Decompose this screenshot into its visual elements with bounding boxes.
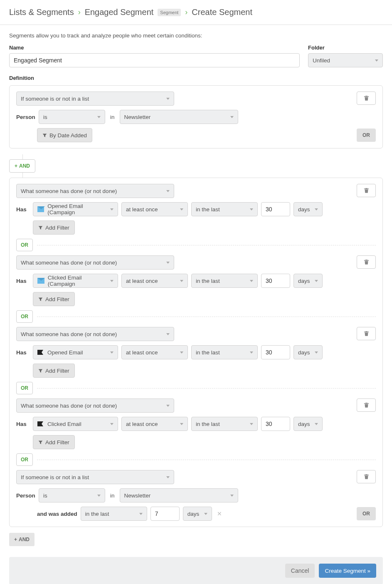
name-label: Name (9, 45, 300, 51)
trash-icon (364, 474, 369, 480)
condition-type-select[interactable]: If someone is or not in a list (16, 92, 174, 106)
segment-badge: Segment (158, 9, 181, 16)
condition-group-1: If someone is or not in a list Person is… (9, 85, 383, 148)
or-button[interactable]: OR (357, 129, 376, 142)
or-button[interactable]: OR (16, 310, 33, 323)
value-input[interactable] (261, 417, 290, 431)
create-segment-button[interactable]: Create Segment » (319, 564, 376, 578)
add-filter-button[interactable]: Add Filter (33, 220, 75, 235)
person-label: Person (16, 114, 35, 120)
metric-select[interactable]: Clicked Email (Campaign (33, 274, 118, 288)
remove-added-button[interactable]: ✕ (215, 510, 224, 517)
intro-text: Segments allow you to track and analyze … (9, 32, 383, 39)
folder-select[interactable]: Unfiled (308, 53, 383, 67)
has-label: Has (16, 349, 30, 356)
trash-icon (364, 259, 369, 265)
delete-button[interactable] (357, 327, 376, 340)
condition-type-select[interactable]: What someone has done (or not done) (16, 327, 174, 341)
has-label: Has (16, 421, 30, 427)
condition-type-select[interactable]: If someone is or not in a list (16, 470, 174, 484)
range-select[interactable]: in the last (191, 202, 258, 216)
unit-select[interactable]: days (293, 202, 323, 216)
condition-type-select[interactable]: What someone has done (or not done) (16, 398, 174, 413)
in-label: in (108, 492, 116, 499)
filter-icon (38, 440, 43, 445)
and-button-bottom[interactable]: + AND (9, 533, 35, 546)
flag-icon (37, 350, 44, 355)
metric-select[interactable]: Opened Email (Campaign (33, 202, 118, 216)
flag-icon (37, 421, 44, 426)
filter-icon (38, 297, 43, 302)
frequency-select[interactable]: at least once (121, 345, 188, 359)
range-select[interactable]: in the last (191, 417, 258, 431)
metric-select[interactable]: Clicked Email (33, 417, 118, 431)
breadcrumb: Lists & Segments › Engaged Segment Segme… (0, 0, 392, 25)
delete-button[interactable] (357, 470, 376, 483)
trash-icon (364, 188, 369, 193)
has-label: Has (16, 278, 30, 284)
or-button[interactable]: OR (16, 382, 33, 394)
add-filter-button[interactable]: Add Filter (33, 364, 75, 378)
chevron-right-icon: › (78, 8, 81, 17)
unit-select[interactable]: days (293, 274, 323, 288)
breadcrumb-root[interactable]: Lists & Segments (9, 7, 74, 17)
add-filter-button[interactable]: Add Filter (33, 435, 75, 449)
plus-icon: + (14, 537, 17, 542)
delete-button[interactable] (357, 255, 376, 269)
delete-button[interactable] (357, 398, 376, 412)
plus-icon: + (15, 163, 17, 169)
mail-icon (37, 206, 44, 212)
definition-label: Definition (9, 75, 383, 81)
footer-bar: Cancel Create Segment » (9, 557, 383, 584)
value-input[interactable] (261, 274, 290, 288)
cancel-button[interactable]: Cancel (285, 564, 315, 578)
unit-select[interactable]: days (293, 345, 323, 359)
by-date-added-button[interactable]: By Date Added (37, 128, 92, 142)
condition-type-select[interactable]: What someone has done (or not done) (16, 184, 174, 198)
breadcrumb-segment[interactable]: Engaged Segment (85, 7, 154, 17)
filter-icon (38, 225, 43, 230)
person-is-select[interactable]: is (39, 110, 105, 124)
frequency-select[interactable]: at least once (121, 202, 188, 216)
delete-button[interactable] (357, 184, 376, 197)
unit-select[interactable]: days (293, 417, 323, 431)
added-value-input[interactable] (150, 507, 180, 521)
folder-label: Folder (308, 45, 383, 51)
breadcrumb-leaf: Create Segment (192, 7, 252, 17)
value-input[interactable] (261, 202, 290, 216)
or-button[interactable]: OR (16, 239, 33, 251)
chevron-right-icon: › (185, 8, 187, 17)
frequency-select[interactable]: at least once (121, 274, 188, 288)
metric-select[interactable]: Opened Email (33, 345, 118, 359)
trash-icon (364, 331, 369, 337)
added-unit-select[interactable]: days (183, 507, 212, 521)
trash-icon (364, 95, 369, 101)
person-label: Person (16, 492, 35, 499)
person-is-select[interactable]: is (39, 488, 105, 502)
in-label: in (108, 114, 116, 120)
frequency-select[interactable]: at least once (121, 417, 188, 431)
has-label: Has (16, 206, 30, 213)
list-select[interactable]: Newsletter (120, 110, 238, 124)
filter-icon (38, 369, 43, 373)
delete-button[interactable] (357, 92, 376, 105)
and-button[interactable]: + AND (9, 159, 35, 173)
range-select[interactable]: in the last (191, 274, 258, 288)
range-select[interactable]: in the last (191, 345, 258, 359)
mail-icon (37, 278, 44, 284)
value-input[interactable] (261, 345, 290, 359)
condition-type-select[interactable]: What someone has done (or not done) (16, 255, 174, 270)
or-button[interactable]: OR (16, 453, 33, 466)
filter-icon (42, 133, 47, 138)
added-range-select[interactable]: in the last (81, 507, 147, 521)
list-select[interactable]: Newsletter (120, 488, 238, 502)
condition-group-2: What someone has done (or not done) Has … (9, 178, 383, 527)
was-added-label: and was added (37, 511, 77, 517)
or-button[interactable]: OR (357, 507, 376, 520)
add-filter-button[interactable]: Add Filter (33, 292, 75, 306)
trash-icon (364, 402, 369, 408)
name-input[interactable] (9, 53, 300, 67)
